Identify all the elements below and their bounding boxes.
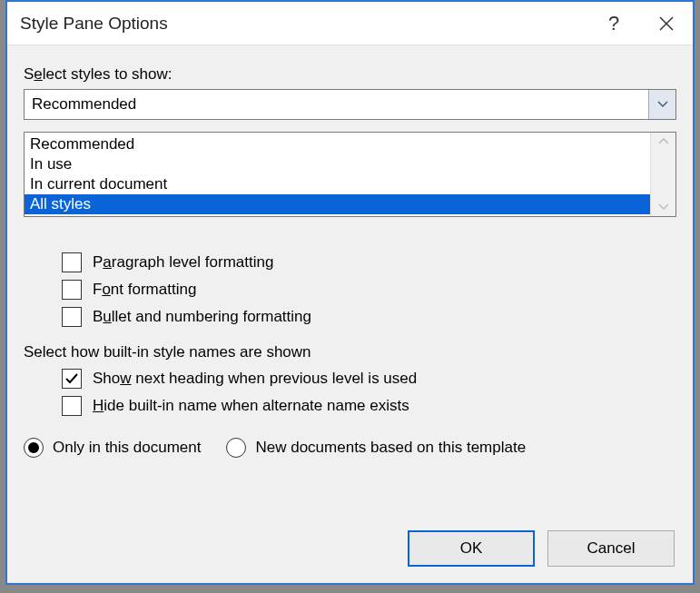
styles-dropdown-list: RecommendedIn useIn current documentAll … bbox=[24, 132, 676, 217]
bullet-formatting-label: Bullet and numbering formatting bbox=[93, 308, 311, 326]
show-next-heading-checkbox[interactable] bbox=[62, 369, 82, 389]
dialog-button-row: OK Cancel bbox=[408, 530, 675, 567]
dropdown-item[interactable]: In use bbox=[25, 154, 650, 174]
scroll-down-icon bbox=[658, 203, 669, 211]
bullet-formatting-row: Bullet and numbering formatting bbox=[62, 307, 676, 327]
help-button[interactable]: ? bbox=[587, 2, 640, 45]
only-this-document-group: Only in this document bbox=[24, 438, 201, 458]
dialog-body: Select styles to show: Recommended Recom… bbox=[7, 45, 693, 458]
style-pane-options-dialog: Style Pane Options ? Select styles to sh… bbox=[5, 0, 695, 585]
check-icon bbox=[64, 371, 79, 386]
paragraph-formatting-label: Paragraph level formatting bbox=[93, 253, 273, 272]
cancel-button[interactable]: Cancel bbox=[547, 530, 675, 567]
show-next-heading-label: Show next heading when previous level is… bbox=[93, 370, 417, 388]
new-documents-template-group: New documents based on this template bbox=[226, 438, 526, 458]
combo-dropdown-button[interactable] bbox=[648, 90, 675, 119]
font-formatting-checkbox[interactable] bbox=[62, 280, 82, 300]
dialog-title: Style Pane Options bbox=[20, 14, 587, 34]
select-styles-label: Select styles to show: bbox=[24, 65, 676, 84]
combo-value: Recommended bbox=[32, 95, 136, 114]
dropdown-scrollbar[interactable] bbox=[650, 133, 675, 216]
paragraph-formatting-checkbox[interactable] bbox=[62, 252, 82, 272]
ok-button[interactable]: OK bbox=[408, 530, 535, 567]
scope-radio-row: Only in this document New documents base… bbox=[24, 438, 676, 458]
close-icon bbox=[658, 15, 675, 32]
font-formatting-row: Font formatting bbox=[62, 280, 676, 300]
close-button[interactable] bbox=[640, 2, 693, 45]
only-this-document-radio[interactable] bbox=[24, 438, 44, 458]
formatting-section: Paragraph level formatting Font formatti… bbox=[24, 252, 676, 458]
scroll-up-icon bbox=[658, 138, 669, 145]
bullet-formatting-checkbox[interactable] bbox=[62, 307, 82, 327]
dropdown-item[interactable]: Recommended bbox=[25, 134, 650, 154]
font-formatting-label: Font formatting bbox=[93, 281, 196, 299]
paragraph-formatting-row: Paragraph level formatting bbox=[62, 252, 676, 272]
builtin-names-label: Select how built-in style names are show… bbox=[24, 343, 676, 361]
dropdown-item[interactable]: In current document bbox=[25, 174, 650, 194]
titlebar: Style Pane Options ? bbox=[7, 2, 693, 45]
hide-builtin-name-row: Hide built-in name when alternate name e… bbox=[62, 396, 676, 416]
chevron-down-icon bbox=[657, 101, 668, 108]
new-documents-template-label: New documents based on this template bbox=[255, 439, 526, 457]
dropdown-item[interactable]: All styles bbox=[25, 194, 650, 214]
new-documents-template-radio[interactable] bbox=[226, 438, 246, 458]
styles-to-show-combo[interactable]: Recommended bbox=[24, 89, 676, 120]
only-this-document-label: Only in this document bbox=[53, 439, 201, 457]
show-next-heading-row: Show next heading when previous level is… bbox=[62, 369, 676, 389]
hide-builtin-name-checkbox[interactable] bbox=[62, 396, 82, 416]
hide-builtin-name-label: Hide built-in name when alternate name e… bbox=[93, 397, 409, 415]
